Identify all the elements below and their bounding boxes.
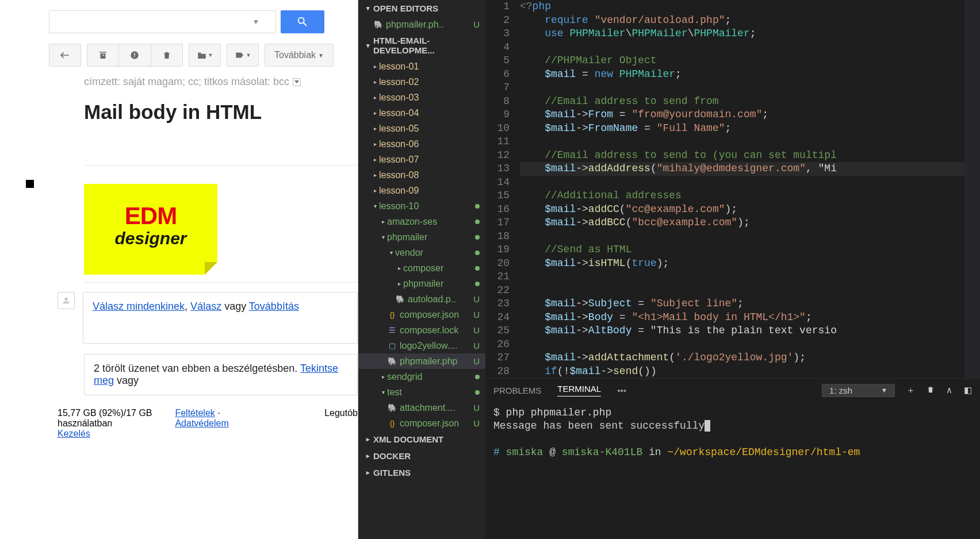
open-editor-file[interactable]: 🐘phpmailer.ph..U <box>358 17 485 32</box>
terminal-cursor <box>705 420 710 432</box>
php-icon: 🐘 <box>395 295 405 303</box>
php-icon: 🐘 <box>373 20 384 29</box>
section-gitlens[interactable]: ▸GITLENS <box>358 464 485 481</box>
section-xml[interactable]: ▸XML DOCUMENT <box>358 431 485 448</box>
file-composer-json-2[interactable]: {}composer.jsonU <box>358 415 485 431</box>
folder-amazon-ses[interactable]: ▸amazon-ses <box>358 214 485 229</box>
gmail-pane: ▼ ▼ ▼ Továbbiak▼ címzett: saját magam; c… <box>0 0 358 539</box>
logo-text-bottom: designer <box>114 229 186 248</box>
search-dropdown-icon[interactable]: ▼ <box>252 18 259 26</box>
terms-link[interactable]: Feltételek <box>175 408 215 418</box>
file-phpmailer-php[interactable]: 🐘phpmailer.phpU <box>358 353 485 369</box>
split-terminal-button[interactable]: ◧ <box>964 385 972 395</box>
back-button[interactable] <box>49 44 81 67</box>
json-icon: {} <box>387 310 397 319</box>
line-gutter: 1234567891011121314151617181920212223242… <box>485 0 520 378</box>
deleted-notice: 2 törölt üzenet van ebben a beszélgetésb… <box>84 354 358 395</box>
storage-text: 15,77 GB (92%)/17 GB használatban <box>58 408 175 429</box>
lock-icon: ☰ <box>387 326 397 334</box>
tab-problems[interactable]: PROBLEMS <box>493 386 541 395</box>
details-toggle[interactable] <box>293 78 301 86</box>
folder-phpmailer-sub[interactable]: ▸phpmailer <box>358 276 485 291</box>
shell-selector[interactable]: 1: zsh▼ <box>822 384 895 397</box>
folder-button[interactable]: ▼ <box>189 44 221 67</box>
logo-fold <box>205 262 217 275</box>
new-terminal-button[interactable]: ＋ <box>906 385 915 396</box>
folder-lesson-10[interactable]: ▾lesson-10 <box>358 198 485 214</box>
archive-icon <box>98 50 108 60</box>
folder-lesson-04[interactable]: ▸lesson-04 <box>358 105 485 121</box>
folder-vendor[interactable]: ▾vendor <box>358 245 485 260</box>
code-area[interactable]: <?php require "vendor/autoload.php"; use… <box>520 0 980 378</box>
selection-box <box>26 180 34 188</box>
file-autoload[interactable]: 🐘autoload.p..U <box>358 291 485 307</box>
file-composer-lock[interactable]: ☰composer.lockU <box>358 322 485 338</box>
reply-link[interactable]: Válasz <box>190 301 221 312</box>
minimap[interactable] <box>964 0 980 379</box>
tab-more-icon[interactable]: ••• <box>617 386 626 395</box>
avatar <box>58 292 75 309</box>
folder-composer[interactable]: ▸composer <box>358 260 485 276</box>
folder-lesson-05[interactable]: ▸lesson-05 <box>358 121 485 136</box>
forward-link[interactable]: Továbbítás <box>249 301 299 312</box>
back-arrow-icon <box>59 51 71 59</box>
chevron-down-icon: ▼ <box>881 387 887 394</box>
logo-text-top: EDM <box>125 202 177 230</box>
section-docker[interactable]: ▸DOCKER <box>358 448 485 464</box>
svg-rect-2 <box>135 56 136 57</box>
email-body: EDM designer <box>84 165 358 283</box>
chevron-down-icon: ▼ <box>318 52 324 59</box>
terminal-output[interactable]: $ php phpmailer.phpMessage has been sent… <box>485 402 980 539</box>
delete-button[interactable] <box>151 44 182 66</box>
trash-icon <box>927 385 935 394</box>
json-icon: {} <box>387 419 397 428</box>
toolbar: ▼ ▼ Továbbiak▼ <box>0 44 358 75</box>
archive-button[interactable] <box>87 44 119 66</box>
action-group <box>87 44 183 67</box>
edm-logo-image: EDM designer <box>84 184 217 275</box>
footer: 15,77 GB (92%)/17 GB használatban Kezelé… <box>58 408 358 439</box>
reply-box[interactable]: Válasz mindenkinek, Válasz vagy Továbbít… <box>83 292 358 344</box>
folder-lesson-06[interactable]: ▸lesson-06 <box>358 136 485 152</box>
file-logo[interactable]: ▢logo2yellow....U <box>358 338 485 353</box>
tab-terminal[interactable]: TERMINAL <box>557 384 601 396</box>
reply-all-link[interactable]: Válasz mindenkinek <box>93 301 185 312</box>
last-activity: Legutób <box>324 408 358 439</box>
more-button[interactable]: Továbbiak▼ <box>265 44 334 67</box>
folder-test[interactable]: ▾test <box>358 384 485 400</box>
spam-button[interactable] <box>119 44 151 66</box>
php-icon: 🐘 <box>387 403 397 412</box>
folder-phpmailer[interactable]: ▾phpmailer <box>358 229 485 245</box>
folder-lesson-02[interactable]: ▸lesson-02 <box>358 74 485 90</box>
terminal-panel: PROBLEMS TERMINAL ••• 1: zsh▼ ＋ ∧ ◧ $ ph… <box>485 378 980 539</box>
search-input[interactable]: ▼ <box>49 10 276 33</box>
image-icon: ▢ <box>387 341 397 350</box>
privacy-link[interactable]: Adatvédelem <box>175 418 228 428</box>
manage-link[interactable]: Kezelés <box>58 429 90 438</box>
folder-lesson-07[interactable]: ▸lesson-07 <box>358 152 485 167</box>
folder-lesson-09[interactable]: ▸lesson-09 <box>358 183 485 198</box>
php-icon: 🐘 <box>387 357 397 365</box>
open-editors-header[interactable]: ▾OPEN EDITORS <box>358 0 485 17</box>
folder-lesson-01[interactable]: ▸lesson-01 <box>358 59 485 74</box>
recipients-line: címzett: saját magam; cc; titkos másolat… <box>84 76 358 88</box>
project-header[interactable]: ▾HTML-EMAIL-DEVELOPME... <box>358 32 485 59</box>
folder-lesson-03[interactable]: ▸lesson-03 <box>358 90 485 105</box>
file-explorer: ▾OPEN EDITORS 🐘phpmailer.ph..U ▾HTML-EMA… <box>358 0 485 539</box>
person-icon <box>62 296 71 305</box>
maximize-terminal-button[interactable]: ∧ <box>946 385 952 395</box>
folder-sendgrid[interactable]: ▸sendgrid <box>358 369 485 384</box>
search-icon <box>296 16 309 28</box>
svg-rect-1 <box>135 53 136 56</box>
file-attachment[interactable]: 🐘attachment....U <box>358 400 485 415</box>
kill-terminal-button[interactable] <box>927 385 935 396</box>
label-icon <box>235 51 245 60</box>
email-subject: Mail body in HTML <box>84 101 358 124</box>
code-editor: 1234567891011121314151617181920212223242… <box>485 0 980 539</box>
folder-lesson-08[interactable]: ▸lesson-08 <box>358 167 485 183</box>
search-button[interactable] <box>281 10 324 33</box>
label-button[interactable]: ▼ <box>227 44 259 67</box>
folder-icon <box>197 51 207 60</box>
file-composer-json[interactable]: {}composer.jsonU <box>358 307 485 322</box>
spam-icon <box>129 50 140 60</box>
